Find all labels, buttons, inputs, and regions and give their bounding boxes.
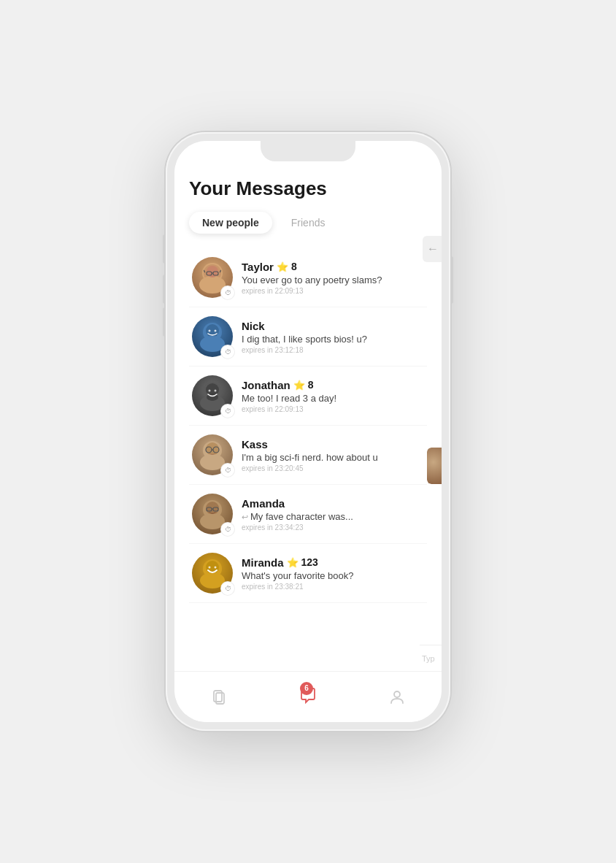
expires-nick: expires in 23:12:18 [242, 346, 424, 354]
message-item-nick[interactable]: ⏱ Nick I dig that, I like sports bios! u… [189, 307, 427, 367]
name-row-miranda: Miranda ⭐ 123 [242, 556, 424, 569]
name-kass: Kass [242, 438, 268, 450]
phone-screen: ← Typ Your Messages New people Frie [174, 141, 442, 722]
phone-wrapper: ← Typ Your Messages New people Frie [166, 132, 450, 731]
preview-miranda: What's your favorite book? [242, 570, 424, 581]
timer-badge-kass: ⏱ [221, 464, 234, 477]
timer-badge-nick: ⏱ [221, 345, 234, 358]
nav-messages[interactable]: 6 [287, 686, 329, 708]
name-row-nick: Nick [242, 320, 424, 332]
expires-kass: expires in 23:20:45 [242, 464, 424, 472]
name-row-amanda: Amanda [242, 497, 424, 510]
message-info-miranda: Miranda ⭐ 123 What's your favorite book?… [242, 556, 424, 591]
name-nick: Nick [242, 320, 265, 332]
avatar-wrap-jonathan: ⏱ [192, 375, 233, 416]
name-miranda: Miranda [242, 556, 284, 569]
svg-point-37 [394, 691, 400, 697]
timer-badge-amanda: ⏱ [221, 523, 234, 536]
avatar-wrap-taylor: ⏱ [192, 257, 233, 298]
main-content: Your Messages New people Friends [174, 141, 442, 671]
message-info-jonathan: Jonathan ⭐ 8 Me too! I read 3 a day! exp… [242, 379, 424, 413]
bottom-nav: 6 [174, 671, 442, 722]
tab-new-people[interactable]: New people [189, 212, 272, 234]
message-item-miranda[interactable]: ⏱ Miranda ⭐ 123 What's your favorite boo… [189, 544, 427, 603]
name-taylor: Taylor [242, 261, 274, 273]
expires-amanda: expires in 23:34:23 [242, 523, 424, 532]
back-button[interactable]: ← [423, 236, 442, 262]
star-icon-jonathan: ⭐ [293, 380, 305, 391]
preview-amanda: ↩My fave character was... [242, 511, 424, 522]
notch [261, 141, 355, 161]
avatar-wrap-nick: ⏱ [192, 316, 233, 357]
cards-icon [210, 689, 228, 706]
score-taylor: 8 [291, 261, 297, 272]
timer-badge-jonathan: ⏱ [221, 404, 234, 418]
svg-point-16 [209, 390, 211, 392]
svg-point-11 [215, 330, 217, 332]
expires-taylor: expires in 22:09:13 [242, 287, 424, 295]
svg-point-25 [206, 502, 219, 515]
avatar-wrap-miranda: ⏱ [192, 553, 233, 594]
preview-taylor: You ever go to any poetry slams? [242, 275, 424, 285]
expires-miranda: expires in 23:38:21 [242, 583, 424, 591]
name-jonathan: Jonathan [242, 379, 290, 391]
message-info-amanda: Amanda ↩My fave character was... expires… [242, 497, 424, 532]
name-row-taylor: Taylor ⭐ 8 [242, 261, 424, 273]
message-item-kass[interactable]: ⏱ Kass I'm a big sci-fi nerd. how about … [189, 426, 427, 485]
score-miranda: 123 [301, 556, 318, 568]
timer-badge-taylor: ⏱ [221, 286, 234, 299]
avatar-wrap-amanda: ⏱ [192, 494, 233, 534]
message-info-taylor: Taylor ⭐ 8 You ever go to any poetry sla… [242, 261, 424, 295]
messages-badge: 6 [300, 682, 313, 695]
avatar-wrap-kass: ⏱ [192, 434, 233, 475]
svg-point-33 [209, 567, 211, 569]
message-item-amanda[interactable]: ⏱ Amanda ↩My fave character was... expir… [189, 485, 427, 544]
message-list: ⏱ Taylor ⭐ 8 You ever go to any poetry s… [189, 248, 427, 603]
tab-friends[interactable]: Friends [278, 212, 339, 234]
tab-bar: New people Friends [189, 212, 427, 234]
preview-jonathan: Me too! I read 3 a day! [242, 393, 424, 404]
message-item-jonathan[interactable]: ⏱ Jonathan ⭐ 8 Me too! I read 3 a day! e… [189, 367, 427, 426]
score-jonathan: 8 [308, 379, 314, 391]
profile-icon [388, 689, 406, 706]
nav-cards[interactable] [199, 689, 239, 706]
message-info-kass: Kass I'm a big sci-fi nerd. how about u … [242, 438, 424, 472]
preview-kass: I'm a big sci-fi nerd. how about u [242, 452, 424, 463]
expires-jonathan: expires in 22:09:13 [242, 405, 424, 413]
svg-point-10 [209, 330, 211, 332]
type-peek: Typ [420, 645, 442, 671]
name-row-jonathan: Jonathan ⭐ 8 [242, 379, 424, 391]
message-item-taylor[interactable]: ⏱ Taylor ⭐ 8 You ever go to any poetry s… [189, 248, 427, 307]
nav-profile[interactable] [377, 689, 417, 706]
page-title: Your Messages [189, 177, 427, 200]
svg-point-19 [206, 442, 219, 456]
star-icon-taylor: ⭐ [277, 261, 288, 272]
screen-content: ← Typ Your Messages New people Frie [174, 141, 442, 722]
reply-icon-amanda: ↩ [242, 513, 248, 521]
phone-shell: ← Typ Your Messages New people Frie [166, 132, 450, 731]
name-amanda: Amanda [242, 497, 285, 510]
back-icon: ← [427, 242, 439, 256]
side-peek-face [427, 448, 442, 484]
preview-nick: I dig that, I like sports bios! u? [242, 334, 424, 345]
side-peek-avatar [427, 448, 442, 484]
timer-badge-miranda: ⏱ [221, 582, 234, 595]
svg-point-34 [215, 567, 217, 569]
message-info-nick: Nick I dig that, I like sports bios! u? … [242, 320, 424, 354]
star-icon-miranda: ⭐ [287, 557, 299, 568]
name-row-kass: Kass [242, 438, 424, 450]
svg-point-17 [215, 390, 217, 392]
